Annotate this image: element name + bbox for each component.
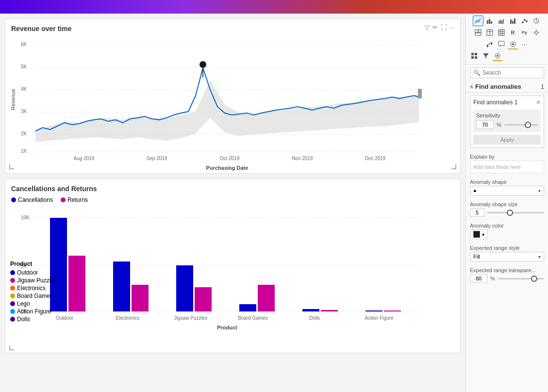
find-anomalies-title: Find anomalies — [475, 83, 541, 90]
legend-outdoor-label: Outdoor — [17, 269, 38, 276]
viz-fields[interactable] — [469, 50, 480, 61]
viz-area-chart[interactable] — [496, 16, 507, 26]
svg-rect-11 — [491, 21, 492, 24]
viz-line-chart[interactable] — [473, 16, 483, 26]
x-label-sep: Sep 2019 — [147, 156, 167, 161]
anomaly-color-row: ▾ — [470, 229, 544, 239]
resize-handle-right[interactable] — [418, 89, 422, 98]
viz-python[interactable]: Py — [519, 27, 530, 38]
legend-cancellations-dot — [11, 197, 16, 202]
legend-dolls-label: Dolls — [17, 316, 30, 323]
svg-rect-41 — [498, 41, 504, 46]
viz-decomp[interactable] — [531, 27, 542, 38]
viz-treemap[interactable] — [473, 27, 483, 38]
legend-jigsaw-dot — [10, 278, 15, 283]
anomaly-shape-select[interactable]: ● ▾ — [470, 186, 544, 196]
sensitivity-slider[interactable] — [504, 124, 538, 126]
anomaly-size-slider[interactable] — [487, 212, 544, 213]
filter-icon[interactable]: ▽ — [425, 24, 430, 31]
bar-chart-container: Cancellations and Returns Cancellations … — [5, 179, 461, 353]
more-icon[interactable]: ··· — [450, 24, 455, 31]
viz-bar-chart[interactable] — [484, 16, 495, 26]
viz-anomaly-icon[interactable] — [508, 39, 518, 49]
x-label-dolls: Dolls — [309, 315, 320, 321]
sensitivity-label: Sensitivity — [476, 113, 538, 118]
viz-row-2: R Py — [468, 27, 546, 38]
svg-rect-22 — [475, 30, 478, 33]
find-anomalies-header[interactable]: ∧ Find anomalies 1 — [466, 81, 548, 93]
viz-scatter[interactable] — [519, 16, 530, 26]
anomaly-card: Find anomalies 1 ✕ Sensitivity 70 % Appl… — [470, 96, 544, 148]
viz-icons-area: R Py ··· — [466, 14, 548, 65]
bar-chart-title: Cancellations and Returns — [11, 185, 454, 193]
add-fields-box[interactable]: Add data fields here — [470, 161, 544, 173]
viz-smart-narrate[interactable] — [496, 39, 507, 49]
svg-rect-38 — [487, 45, 488, 47]
bar-resize-bl[interactable] — [9, 345, 14, 350]
anomaly-color-button[interactable]: ▾ — [470, 229, 488, 239]
explain-by-label: Explain by — [466, 151, 548, 161]
edit-icon[interactable]: ✏ — [432, 24, 438, 31]
legend-lego-label: Lego — [17, 300, 30, 307]
viz-r[interactable]: R — [508, 27, 518, 38]
viz-waterfall[interactable] — [484, 39, 495, 49]
resize-handle-bl[interactable] — [9, 164, 14, 169]
y-label-3k: 3K — [21, 109, 27, 114]
legend-lego-dot — [10, 301, 15, 306]
revenue-chart-container: Revenue over time ▽ ✏ ⛶ ··· 6K 5K 4K 3K … — [5, 18, 461, 174]
expected-range-style-dropdown[interactable]: Fill ▾ — [470, 252, 544, 261]
svg-point-44 — [512, 43, 514, 45]
svg-point-51 — [497, 55, 498, 57]
expected-range-style-arrow: ▾ — [538, 254, 541, 260]
anomaly-color-label: Anomaly color — [466, 220, 548, 229]
legend-returns-dot — [61, 197, 66, 202]
viz-filter2[interactable] — [481, 50, 491, 61]
anomaly-marker — [199, 61, 206, 68]
transparency-row: 80 % — [470, 274, 544, 283]
viz-pie[interactable] — [531, 16, 542, 26]
find-anomalies-count: 1 — [541, 83, 544, 90]
viz-narrate2[interactable] — [492, 50, 503, 61]
legend-returns: Returns — [61, 196, 88, 203]
anomaly-size-row: 5 — [470, 208, 544, 217]
anomaly-size-thumb — [507, 210, 513, 216]
anomaly-size-value[interactable]: 5 — [470, 208, 484, 217]
viz-more[interactable]: ··· — [519, 39, 530, 49]
confidence-band — [35, 80, 419, 142]
anomaly-close-button[interactable]: ✕ — [536, 99, 541, 106]
transparency-slider[interactable] — [498, 278, 544, 279]
y-label-4k: 4K — [21, 86, 27, 92]
legend-actionfigure: Action Figure — [10, 308, 57, 315]
bar-chart-legend: Cancellations Returns — [11, 196, 454, 203]
bar-dolls-cancellations — [302, 309, 319, 311]
y-label-2k: 2K — [21, 131, 27, 136]
svg-rect-39 — [489, 43, 490, 45]
anomaly-card-title: Find anomalies 1 — [473, 99, 517, 106]
legend-cancellations: Cancellations — [11, 196, 53, 203]
svg-rect-9 — [487, 20, 488, 24]
sensitivity-section: Sensitivity 70 % — [473, 110, 541, 132]
x-label-electronics: Electronics — [116, 315, 140, 321]
resize-handle-br[interactable] — [451, 164, 456, 169]
transparency-value[interactable]: 80 — [470, 274, 487, 283]
bar-electronics-cancellations — [113, 261, 130, 311]
svg-rect-48 — [475, 56, 477, 59]
expected-range-style-value: Fill — [473, 254, 480, 260]
viz-column-chart[interactable] — [508, 16, 518, 26]
svg-rect-13 — [510, 19, 512, 24]
viz-table[interactable] — [484, 27, 495, 38]
bar-electronics-returns — [132, 285, 149, 311]
sensitivity-value[interactable]: 70 — [476, 120, 494, 129]
svg-point-18 — [526, 20, 528, 22]
chart-toolbar: ▽ ✏ ⛶ ··· — [425, 24, 455, 31]
bar-boardgames-returns — [258, 285, 275, 311]
search-input[interactable] — [482, 69, 541, 76]
y-label-5k: 5K — [21, 64, 27, 69]
viz-matrix[interactable] — [496, 27, 507, 38]
expand-icon[interactable]: ⛶ — [441, 24, 447, 31]
bar-jigsaw-returns — [195, 287, 212, 311]
anomaly-shape-arrow: ▾ — [538, 188, 541, 194]
expected-range-transparency-label: Expected range transpare... — [466, 264, 548, 274]
apply-button[interactable]: Apply — [473, 135, 541, 145]
anomaly-shape-dropdown[interactable]: ● ▾ — [470, 186, 544, 196]
